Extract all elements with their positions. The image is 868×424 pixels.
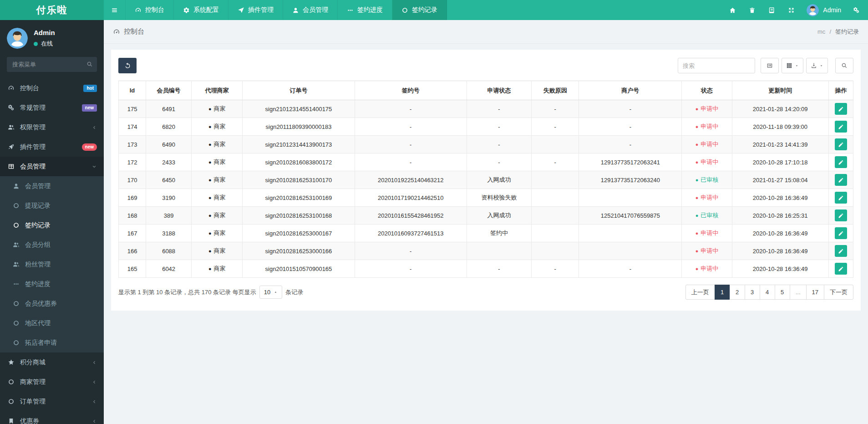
home-button[interactable]: [723, 0, 742, 20]
sidebar-subitem-link[interactable]: 会员优惠券: [0, 294, 104, 313]
topnav-item[interactable]: 会员管理: [283, 0, 338, 20]
detail-view-button[interactable]: [761, 58, 779, 73]
pencil-icon: [838, 248, 844, 254]
pencil-icon: [838, 195, 844, 201]
page-size-dropdown[interactable]: 10: [259, 286, 282, 299]
table-cell: -: [579, 118, 682, 136]
column-header[interactable]: 代理商家: [192, 81, 243, 100]
pagination-page[interactable]: 3: [745, 285, 760, 300]
sidebar-search-input[interactable]: [7, 57, 97, 72]
table-search-input[interactable]: [678, 58, 755, 73]
status-dot-icon: ●: [695, 248, 699, 254]
column-header[interactable]: 会员编号: [146, 81, 192, 100]
table-cell: 2433: [146, 153, 192, 171]
table-cell: 2021-01-28 14:20:09: [732, 100, 828, 118]
topnav-item[interactable]: 插件管理: [228, 0, 283, 20]
sidebar-item-link[interactable]: 会员管理: [0, 157, 104, 176]
topnav-item[interactable]: 签约进度: [338, 0, 392, 20]
sidebar-subitem-link[interactable]: 会员管理: [0, 176, 104, 196]
edit-button[interactable]: [835, 103, 847, 115]
table-cell: [532, 136, 579, 153]
sidebar-item-link[interactable]: 控制台hot: [0, 78, 104, 98]
table-cell: 3190: [146, 189, 192, 207]
sidebar-avatar: [7, 28, 28, 49]
column-header[interactable]: 操作: [828, 81, 853, 100]
column-header[interactable]: 签约号: [355, 81, 467, 100]
topnav-item[interactable]: 签约记录: [392, 0, 447, 20]
sidebar-subitem-link[interactable]: 签约记录: [0, 215, 104, 235]
pagination-prev[interactable]: 上一页: [685, 285, 715, 300]
column-header[interactable]: 申请状态: [467, 81, 531, 100]
pagination-page[interactable]: 5: [775, 285, 790, 300]
edit-button[interactable]: [835, 156, 847, 168]
column-header[interactable]: 订单号: [243, 81, 355, 100]
edit-button[interactable]: [835, 138, 847, 150]
table-row: 168389●商家sign201028162531001682020101615…: [119, 207, 853, 225]
topnav-items: 控制台系统配置插件管理会员管理签约进度签约记录: [126, 0, 447, 20]
sidebar-subitem-link[interactable]: 地区代理: [0, 313, 104, 333]
sidebar-item-link[interactable]: 权限管理: [0, 117, 104, 137]
column-header[interactable]: Id: [119, 81, 146, 100]
sidebar-subitem-link[interactable]: 会员分组: [0, 235, 104, 255]
online-dot-icon: [34, 42, 38, 46]
sidebar-subitem-link[interactable]: 提现记录: [0, 196, 104, 215]
sidebar-subitem-link[interactable]: 粉丝管理: [0, 255, 104, 274]
columns-button[interactable]: [782, 58, 803, 73]
sidebar-item-label: 会员管理: [25, 182, 97, 190]
edit-button[interactable]: [835, 245, 847, 257]
status-dot-icon: ●: [695, 106, 699, 112]
edit-button[interactable]: [835, 227, 847, 239]
export-button[interactable]: [806, 58, 828, 73]
refresh-button[interactable]: [118, 58, 137, 73]
status-dot-icon: ●: [695, 159, 699, 165]
sidebar-item-link[interactable]: 订单管理: [0, 392, 104, 411]
edit-button[interactable]: [835, 174, 847, 186]
topnav-item[interactable]: 系统配置: [174, 0, 228, 20]
sidebar-user-status[interactable]: 在线: [34, 40, 55, 48]
edit-button[interactable]: [835, 263, 847, 275]
table-cell: 173: [119, 136, 146, 153]
sidebar-item-link[interactable]: 积分商城: [0, 352, 104, 372]
sidebar-subitem-link[interactable]: 拓店者申请: [0, 333, 104, 352]
table-cell: sign20102816253100168: [243, 207, 355, 225]
edit-button[interactable]: [835, 192, 847, 204]
status-cell: ●申请中: [682, 189, 732, 207]
edit-button[interactable]: [835, 209, 847, 221]
table-cell: 2020-10-28 16:25:31: [732, 207, 828, 225]
search-button[interactable]: [835, 58, 853, 73]
column-header[interactable]: 失败原因: [532, 81, 579, 100]
breadcrumb-root[interactable]: mc: [817, 28, 825, 35]
sidebar-item: 签约进度: [0, 274, 104, 294]
pagination-next[interactable]: 下一页: [824, 285, 853, 300]
sidebar-item-link[interactable]: 插件管理new: [0, 137, 104, 157]
table-row: 1673188●商家sign20102816253000167202010160…: [119, 225, 853, 242]
brand-logo[interactable]: 付乐啦: [0, 0, 104, 20]
status-label: 申请中: [700, 265, 718, 272]
pagination-page[interactable]: 4: [760, 285, 775, 300]
column-header[interactable]: 更新时间: [732, 81, 828, 100]
document-button[interactable]: [762, 0, 782, 20]
trash-button[interactable]: [742, 0, 762, 20]
settings-button[interactable]: [847, 0, 866, 20]
sidebar-item-link[interactable]: 优惠券: [0, 411, 104, 424]
sidebar-item-link[interactable]: 常规管理new: [0, 98, 104, 117]
agent-cell: ●商家: [192, 207, 243, 225]
pagination-page[interactable]: 2: [730, 285, 745, 300]
table-cell: 168: [119, 207, 146, 225]
topnav-item[interactable]: 控制台: [126, 0, 174, 20]
edit-button[interactable]: [835, 121, 847, 133]
pagination-page[interactable]: 1: [715, 285, 730, 300]
column-header[interactable]: 状态: [682, 81, 732, 100]
table-cell: 2020-10-28 16:36:49: [732, 260, 828, 278]
status-label: 已审核: [700, 212, 718, 219]
sidebar-item-link[interactable]: 商家管理: [0, 372, 104, 392]
sidebar-toggle-button[interactable]: [104, 0, 126, 20]
refresh-icon: [124, 62, 131, 69]
agent-label: 商家: [214, 105, 226, 112]
sidebar-subitem-link[interactable]: 签约进度: [0, 274, 104, 294]
table-cell: sign20102816253100169: [243, 189, 355, 207]
fullscreen-button[interactable]: [782, 0, 801, 20]
column-header[interactable]: 商户号: [579, 81, 682, 100]
pagination-page[interactable]: 17: [806, 285, 824, 300]
user-menu[interactable]: Admin: [801, 0, 847, 20]
